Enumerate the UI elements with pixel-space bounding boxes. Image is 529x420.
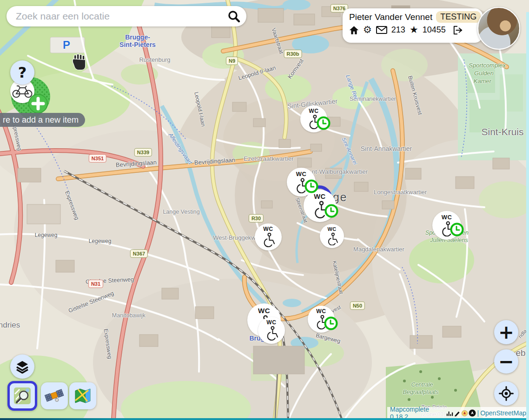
wc-label: WC <box>258 307 270 314</box>
community-icon[interactable] <box>469 409 476 417</box>
statistics-icon[interactable] <box>446 410 453 417</box>
add-item-tooltip: re to add a new item <box>0 113 85 127</box>
envelope-icon[interactable] <box>376 26 387 34</box>
star-count: 10455 <box>423 25 446 35</box>
wheelchair-icon <box>260 232 276 247</box>
wheelchair-icon <box>438 220 455 237</box>
wc-label: WC <box>266 320 276 325</box>
search-icon[interactable] <box>227 9 241 23</box>
grab-hand-cursor-icon <box>71 53 87 72</box>
wc-label: WC <box>327 227 336 232</box>
toilet-marker[interactable]: WC <box>308 306 335 333</box>
themed-map-style-button[interactable] <box>69 382 96 409</box>
toilet-marker[interactable]: WC <box>255 223 282 250</box>
zoom-out-button[interactable]: − <box>494 349 518 374</box>
message-count: 213 <box>391 25 405 35</box>
wheelchair-icon <box>311 200 329 218</box>
theme-logo-icon[interactable] <box>461 410 468 417</box>
wc-label: WC <box>314 193 325 200</box>
layers-button[interactable] <box>10 354 34 379</box>
edit-pen-icon[interactable] <box>454 410 461 417</box>
satellite-style-button[interactable] <box>41 382 68 409</box>
zoom-in-button[interactable]: + <box>494 320 518 344</box>
attribution-divider: | <box>477 409 479 417</box>
osm-link[interactable]: OpenStreetMap <box>480 409 526 417</box>
logout-icon[interactable] <box>453 26 463 35</box>
user-panel: Pieter Vander Vennet TESTING ⚙ 213 ★ 104… <box>343 8 483 43</box>
plus-icon: + <box>498 323 514 341</box>
minus-icon: − <box>498 352 514 371</box>
wheelchair-icon <box>313 314 329 329</box>
wheelchair-icon <box>293 177 310 194</box>
toilet-marker[interactable]: WC <box>320 224 344 248</box>
settings-gear-icon[interactable]: ⚙ <box>363 25 372 35</box>
toilet-marker[interactable]: WC <box>432 211 461 240</box>
geolocate-button[interactable] <box>494 381 518 406</box>
toilet-marker[interactable]: WC <box>304 190 336 222</box>
home-icon[interactable] <box>349 26 359 35</box>
wc-label: WC <box>309 108 318 114</box>
mapcomplete-app: PBrugge-Sint-PietersRustenburgVaartstraa… <box>0 0 529 420</box>
add-plus-icon[interactable] <box>28 94 48 113</box>
attribution-bar: Mapcomplete 0.18.2 | OpenStreetMap <box>387 407 529 419</box>
bottom-accent-bar <box>0 418 529 420</box>
search-input[interactable] <box>7 11 227 22</box>
help-question-mark: ? <box>18 65 27 80</box>
wheelchair-icon <box>306 114 321 129</box>
geolocate-crosshair-icon <box>499 386 514 401</box>
osm-carto-style-button[interactable] <box>7 381 37 411</box>
wc-label: WC <box>316 308 326 314</box>
right-edge-strip[interactable] <box>526 12 529 420</box>
wheelchair-icon <box>325 232 339 246</box>
wc-label: WC <box>296 171 307 177</box>
user-name[interactable]: Pieter Vander Vennet <box>349 12 432 22</box>
toilet-marker[interactable]: WC <box>258 317 285 344</box>
avatar[interactable] <box>477 7 520 50</box>
toilet-marker[interactable]: WC <box>300 105 327 132</box>
search-bar <box>7 6 246 26</box>
testing-badge: TESTING <box>436 11 481 23</box>
wc-label: WC <box>442 214 452 220</box>
star-icon[interactable]: ★ <box>410 25 418 35</box>
wheelchair-icon <box>264 325 279 341</box>
wc-label: WC <box>263 226 273 232</box>
help-button[interactable]: ? <box>10 60 34 85</box>
